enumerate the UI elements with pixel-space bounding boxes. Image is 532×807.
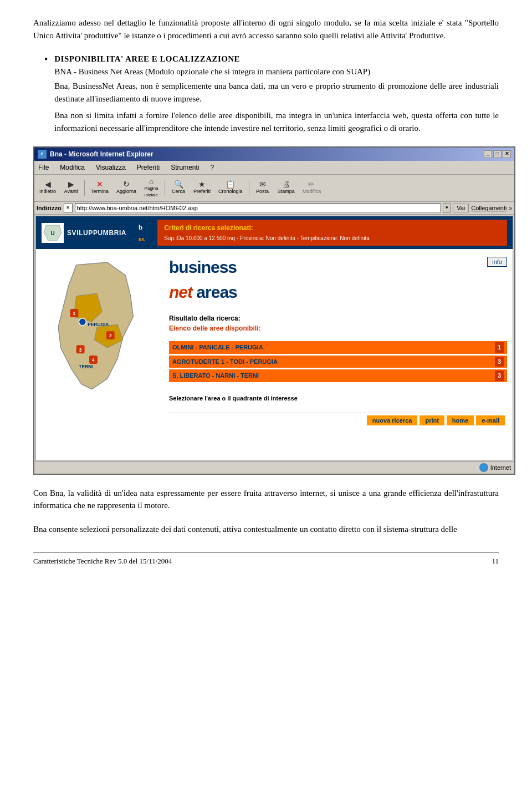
btn-indietro[interactable]: ◀ Indietro: [37, 179, 59, 197]
footer: Caratteristiche Tecniche Rev 5.0 del 15/…: [33, 552, 499, 567]
btn-aggiorna[interactable]: ↻ Aggiorna: [114, 179, 139, 197]
svg-text:3: 3: [79, 347, 82, 353]
email-button[interactable]: e-mail: [476, 415, 505, 425]
btn-avanti-label: Avanti: [64, 188, 78, 196]
menu-strumenti[interactable]: Strumenti: [169, 162, 201, 173]
bottom-text-2: Bna consente selezioni personalizzate de…: [33, 523, 499, 536]
maximize-button[interactable]: □: [493, 150, 502, 158]
bullet-subtitle: BNA - Business Net Areas (Modulo opziona…: [54, 65, 499, 78]
area-name-2: AGROTUDERTE 1 - TODI - PERUGIA: [172, 357, 278, 367]
bna-b-logo: bne.: [132, 224, 152, 242]
browser-titlebar: e Bna - Microsoft Internet Explorer _ □ …: [34, 148, 514, 161]
footer-buttons: nuova ricerca print home e-mail: [169, 413, 507, 428]
btn-posta-label: Posta: [256, 188, 269, 196]
browser-menubar: File Modifica Visualizza Preferiti Strum…: [34, 161, 514, 175]
browser-toolbar: ◀ Indietro ▶ Avanti ✕ Termina ↻ Aggiorna…: [34, 175, 514, 202]
bullet-body1: Bna, BusinessNet Areas, non è sempliceme…: [54, 80, 499, 105]
menu-visualizza[interactable]: Visualizza: [94, 162, 127, 173]
criteria-box: Criteri di ricerca selezionati: Sup.:Da …: [157, 220, 507, 246]
btn-home-label: Paginainiziale: [145, 185, 158, 199]
vai-button[interactable]: Vai: [453, 204, 469, 212]
btn-posta[interactable]: ✉ Posta: [253, 179, 273, 197]
favorites-icon: ★: [198, 180, 206, 188]
statusbar-page-icon: [38, 463, 47, 472]
address-dropdown[interactable]: ▼: [443, 203, 451, 213]
umbria-map-svg: 1 2 3 4 PERUGIA TERNI: [42, 255, 152, 410]
svg-text:4: 4: [92, 357, 95, 363]
btn-stampa-label: Stampa: [278, 188, 295, 196]
svg-point-6: [79, 318, 86, 326]
info-button[interactable]: info: [487, 257, 507, 267]
toolbar-sep1: [84, 180, 85, 196]
sviluppumbria-logo: U SVILUPPUMBRIA: [42, 223, 126, 243]
btn-cerca[interactable]: 🔍 Cerca: [168, 179, 188, 197]
area-item-2[interactable]: AGROTUDERTE 1 - TODI - PERUGIA 3: [169, 356, 507, 368]
bna-header: U SVILUPPUMBRIA bne. Criteri di ricerca …: [36, 216, 513, 249]
risultato-section: Risultato della ricerca: Elenco delle ar…: [169, 313, 507, 333]
bullet-body2: Bna non si limita infatti a fornire l'el…: [54, 109, 499, 134]
area-num-3: 3: [495, 370, 504, 381]
btn-avanti[interactable]: ▶ Avanti: [61, 179, 81, 197]
btn-preferiti[interactable]: ★ Preferiti: [191, 179, 213, 197]
menu-preferiti[interactable]: Preferiti: [135, 162, 161, 173]
address-input[interactable]: [75, 203, 441, 213]
btn-termina[interactable]: ✕ Termina: [88, 179, 111, 197]
back-icon: ◀: [45, 180, 51, 188]
home-button[interactable]: home: [447, 415, 474, 425]
btn-cronologia[interactable]: 📋 Cronologia: [216, 179, 245, 197]
menu-help[interactable]: ?: [209, 162, 216, 173]
links-button[interactable]: Collegamenti: [471, 204, 507, 213]
browser-title: Bna - Microsoft Internet Explorer: [50, 149, 154, 159]
criteria-title: Criteri di ricerca selezionati:: [164, 223, 500, 233]
bullet-content: DISPONIBILITA' AREE E LOCALIZZAZIONE BNA…: [54, 53, 499, 134]
bullet-section: • DISPONIBILITA' AREE E LOCALIZZAZIONE B…: [44, 53, 499, 134]
browser-window: e Bna - Microsoft Internet Explorer _ □ …: [33, 146, 515, 475]
bna-map-area: 1 2 3 4 PERUGIA TERNI: [42, 255, 163, 454]
intro-paragraph: Analizziamo adesso nel dettaglio le funz…: [33, 17, 499, 42]
stop-icon: ✕: [96, 180, 103, 188]
area-item-3[interactable]: S. LIBERATO - NARNI - TERNI 3: [169, 369, 507, 382]
area-name-1: OLMINI - PANICALE - PERUGIA: [172, 343, 263, 352]
svg-text:TERNI: TERNI: [79, 364, 93, 369]
browser-statusbar: 🌐 Internet: [34, 461, 514, 474]
forward-icon: ▶: [68, 180, 74, 188]
btn-home[interactable]: ⌂ Paginainiziale: [141, 176, 161, 200]
print-icon: 🖨: [282, 180, 290, 188]
sviluppumbria-text: SVILUPPUMBRIA: [67, 228, 126, 238]
umbria-icon: U: [42, 223, 64, 243]
mail-icon: ✉: [259, 180, 266, 188]
btn-stampa[interactable]: 🖨 Stampa: [275, 179, 298, 197]
bna-logo-text: business net areas: [169, 255, 507, 304]
statusbar-right: 🌐 Internet: [479, 463, 511, 473]
area-num-2: 3: [495, 357, 504, 367]
svg-text:U: U: [50, 230, 54, 236]
minimize-button[interactable]: _: [484, 150, 492, 158]
btn-aggiorna-label: Aggiorna: [116, 188, 136, 196]
menu-file[interactable]: File: [37, 162, 50, 173]
refresh-icon: ↻: [123, 180, 130, 188]
bna-right-content: info business net areas Risultato della …: [169, 255, 507, 454]
area-name-3: S. LIBERATO - NARNI - TERNI: [172, 371, 259, 380]
btn-modifica[interactable]: ✏ Modifica: [300, 179, 324, 197]
nuova-ricerca-button[interactable]: nuova ricerca: [367, 415, 418, 425]
page: Analizziamo adesso nel dettaglio le funz…: [0, 0, 532, 807]
ie-icon: e: [38, 150, 47, 159]
print-button[interactable]: print: [420, 415, 444, 425]
menu-modifica[interactable]: Modifica: [58, 162, 86, 173]
browser-content: U SVILUPPUMBRIA bne. Criteri di ricerca …: [35, 216, 513, 460]
search-icon: 🔍: [174, 180, 183, 188]
edit-icon: ✏: [308, 180, 315, 188]
area-list: OLMINI - PANICALE - PERUGIA 1 AGROTUDERT…: [169, 341, 507, 384]
close-button[interactable]: ✕: [503, 150, 511, 158]
titlebar-controls[interactable]: _ □ ✕: [484, 150, 511, 158]
bullet-dot: •: [44, 54, 48, 66]
selezionare-text: Selezionare l'area o il quadrante di int…: [169, 394, 507, 403]
bullet-title: DISPONIBILITA' AREE E LOCALIZZAZIONE: [54, 53, 499, 65]
statusbar-left: [38, 463, 47, 472]
criteria-text: Sup.:Da 10.000 a 12.500 mq - Provincia: …: [164, 234, 500, 242]
address-icon: e: [64, 204, 73, 212]
bottom-text-1: Con Bna, la validità di un'idea nata esp…: [33, 487, 499, 512]
area-item-1[interactable]: OLMINI - PANICALE - PERUGIA 1: [169, 341, 507, 354]
links-arrow: »: [509, 204, 512, 212]
toolbar-sep2: [165, 180, 165, 196]
